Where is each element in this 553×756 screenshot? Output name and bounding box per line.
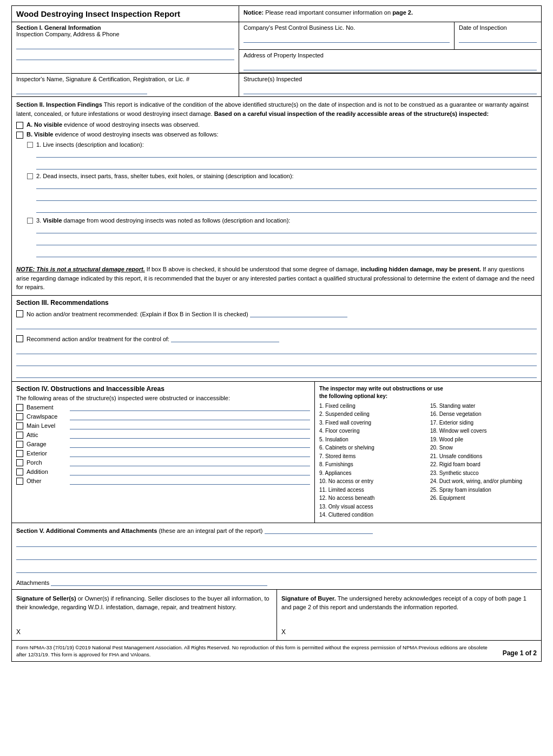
attachments-row: Attachments (16, 578, 537, 586)
garage-label: Garage (27, 441, 70, 447)
other-line[interactable] (70, 477, 310, 485)
item-2-line2[interactable] (36, 192, 537, 201)
mainlevel-label: Main Level (27, 422, 70, 429)
recommend-fullline2[interactable] (16, 357, 537, 366)
no-action-line[interactable] (250, 310, 347, 317)
company-license-box: Company's Pest Control Business Lic. No. (239, 22, 455, 49)
checkbox-basement[interactable] (16, 404, 23, 411)
inspector-box: Inspector's Name, Signature & Certificat… (12, 74, 239, 96)
checkbox-a[interactable] (16, 122, 23, 129)
notice-bold: Notice: (243, 9, 264, 16)
exterior-line[interactable] (70, 449, 310, 457)
seller-sig-box: Signature of Seller(s) or Owner(s) if re… (12, 590, 277, 640)
checkbox-crawlspace[interactable] (16, 413, 23, 420)
section-v-line1[interactable] (16, 538, 537, 547)
item-a-row: A. No visible evidence of wood destroyin… (16, 121, 537, 129)
section-v-line3[interactable] (16, 564, 537, 573)
item-3-row: 3. Visible damage from wood destroying i… (27, 217, 537, 257)
company-license-input[interactable] (243, 33, 450, 43)
key-item-11: 11. Limited access (319, 486, 426, 494)
notice-box: Notice: Please read important consumer i… (239, 6, 541, 22)
no-action-text: No action and/or treatment recommended: … (27, 310, 347, 317)
item-3-line3[interactable] (36, 249, 537, 257)
recommend-line[interactable] (171, 335, 279, 342)
item-b-suffix: evidence of wood destroying insects was … (55, 131, 218, 138)
item-2-line1[interactable] (36, 180, 537, 189)
area-row-addition: Addition (16, 468, 310, 475)
seller-sig-bold: Signature of Seller(s) (16, 595, 76, 602)
section-ii-header-text: Section II. Inspection Findings This rep… (16, 100, 537, 118)
item-2-line3[interactable] (36, 204, 537, 213)
item-3-line2[interactable] (36, 237, 537, 245)
attachments-line[interactable] (51, 578, 267, 586)
structures-input[interactable] (243, 84, 537, 94)
item-2-content: 2. Dead insects, insect parts, frass, sh… (36, 173, 537, 213)
checkbox-b[interactable] (16, 132, 23, 139)
item-1-row: 1. Live insects (description and locatio… (27, 141, 537, 170)
header-row: Wood Destroying Insect Inspection Report… (12, 6, 541, 22)
date-of-inspection-box: Date of Inspection (455, 22, 541, 49)
key-title2: the following optional key: (319, 393, 387, 399)
seller-x: X (16, 628, 272, 636)
item-1-line2[interactable] (36, 161, 537, 170)
key-item-7: 7. Stored items (319, 452, 426, 461)
checkbox-other[interactable] (16, 478, 23, 485)
checkbox-exterior[interactable] (16, 450, 23, 457)
section-v-line2[interactable] (16, 551, 537, 560)
key-item-14: 14. Cluttered condition (319, 511, 426, 519)
no-action-fullline[interactable] (16, 321, 537, 329)
porch-line[interactable] (70, 459, 310, 466)
key-item-13: 13. Only visual access (319, 503, 426, 511)
key-item-5: 5. Insulation (319, 435, 426, 444)
garage-line[interactable] (70, 440, 310, 448)
section-ii-header: Section II. Inspection Findings (16, 101, 102, 108)
company-info-left: Section I. General Information Inspectio… (12, 22, 239, 73)
attic-line[interactable] (70, 431, 310, 439)
recommend-fullline1[interactable] (16, 346, 537, 354)
section-i-right: Company's Pest Control Business Lic. No.… (239, 22, 541, 73)
checkbox-garage[interactable] (16, 441, 23, 448)
item-3-line1[interactable] (36, 225, 537, 233)
buyer-sig-bold: Signature of Buyer. (281, 595, 336, 602)
checkbox-mainlevel[interactable] (16, 422, 23, 429)
note-text1: If box B above is checked, it should be … (147, 266, 359, 272)
checkbox-1[interactable] (27, 142, 33, 148)
recommend-fullline3[interactable] (16, 369, 537, 378)
company-label: Company's Pest Control Business Lic. No. (243, 24, 450, 31)
section-v-line-header[interactable] (265, 526, 373, 534)
company-address-input2[interactable] (16, 50, 234, 60)
checkbox-addition[interactable] (16, 468, 23, 475)
no-action-row: No action and/or treatment recommended: … (16, 310, 537, 317)
item-1-line1[interactable] (36, 149, 537, 158)
section-iv-desc: The following areas of the structure(s) … (16, 395, 310, 401)
company-address-input[interactable] (16, 40, 234, 49)
inspector-input[interactable] (16, 84, 147, 94)
addition-line[interactable] (70, 468, 310, 475)
checkbox-no-action[interactable] (16, 310, 23, 317)
item-2-row: 2. Dead insects, insect parts, frass, sh… (27, 173, 537, 213)
crawlspace-line[interactable] (70, 413, 310, 420)
basement-line[interactable] (70, 403, 310, 411)
key-item-24: 24. Duct work, wiring, and/or plumbing (430, 477, 537, 486)
item-3-bold: Visible (43, 217, 62, 224)
mainlevel-line[interactable] (70, 422, 310, 429)
checkbox-attic[interactable] (16, 432, 23, 439)
area-row-mainlevel: Main Level (16, 422, 310, 429)
checkbox-3[interactable] (27, 218, 33, 224)
checkbox-porch[interactable] (16, 459, 23, 466)
key-item-9: 9. Appliances (319, 469, 426, 478)
report-title-box: Wood Destroying Insect Inspection Report (12, 6, 239, 22)
item-a-suffix: evidence of wood destroying insects was … (64, 121, 200, 128)
other-label: Other (27, 478, 70, 484)
key-item-3: 3. Fixed wall covering (319, 419, 426, 427)
buyer-x: X (281, 628, 537, 636)
checkbox-recommend[interactable] (16, 335, 23, 342)
date-input[interactable] (459, 33, 537, 43)
item-b-text: B. Visible evidence of wood destroying i… (27, 131, 218, 138)
section-ii-bold-intro: Based on a careful visual inspection of … (214, 110, 489, 117)
checkbox-2[interactable] (27, 173, 33, 179)
item-b-row: B. Visible evidence of wood destroying i… (16, 131, 537, 139)
attachments-label: Attachments (16, 579, 49, 586)
address-input[interactable] (243, 61, 537, 70)
recommend-text: Recommend action and/or treatment for th… (27, 335, 279, 342)
